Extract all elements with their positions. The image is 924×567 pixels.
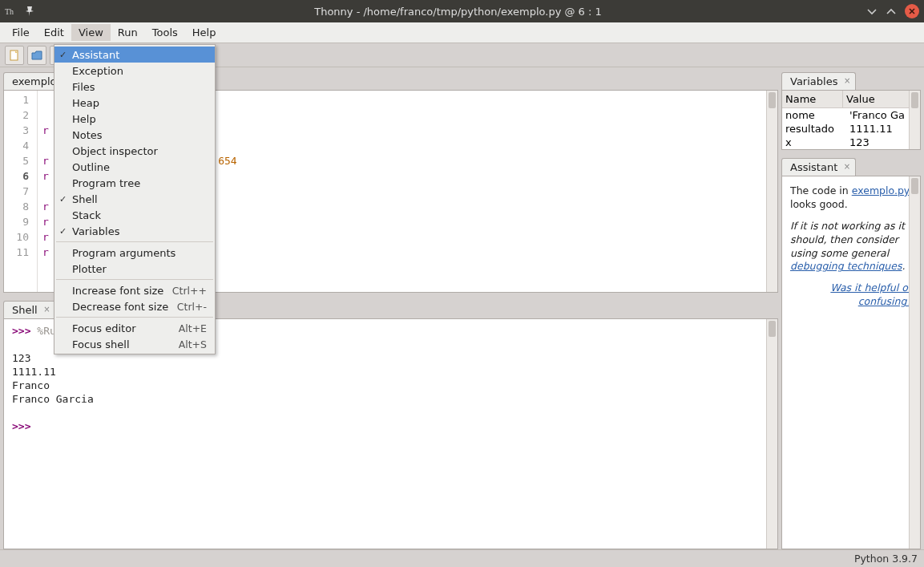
shell-line: 1111.11	[12, 366, 56, 378]
menu-item-outline[interactable]: Outline	[54, 159, 215, 175]
menu-item-program-arguments[interactable]: Program arguments	[54, 245, 215, 261]
menu-item-decrease-font-size[interactable]: Decrease font sizeCtrl+-	[54, 298, 215, 314]
view-menu-dropdown: AssistantExceptionFilesHeapHelpNotesObje…	[54, 44, 216, 354]
menu-view[interactable]: View	[71, 24, 111, 41]
variables-tab-label: Variables	[790, 75, 837, 87]
shell-prompt: >>>	[12, 325, 37, 337]
pin-icon[interactable]	[24, 6, 35, 17]
variable-row[interactable]: nome'Franco Ga	[782, 108, 920, 122]
menu-item-notes[interactable]: Notes	[54, 127, 215, 143]
shell-line: Franco	[12, 379, 50, 391]
menu-item-exception[interactable]: Exception	[54, 63, 215, 79]
menu-edit[interactable]: Edit	[37, 24, 71, 41]
variables-panel: Variables× Name Value nome'Franco Ga res…	[781, 72, 921, 150]
variable-row[interactable]: x123	[782, 136, 920, 149]
variables-tab[interactable]: Variables×	[781, 72, 856, 90]
shell-tab-close-icon[interactable]: ×	[43, 305, 50, 314]
menu-file[interactable]: File	[5, 24, 37, 41]
window-title: Thonny - /home/franco/tmp/python/exemplo…	[53, 6, 863, 18]
editor-gutter: 1234567891011	[4, 91, 38, 292]
shell-line: Franco Garcia	[12, 393, 94, 405]
editor-tab-label: exemplo	[12, 75, 57, 87]
assistant-tab-label: Assistant	[790, 161, 837, 173]
new-file-button[interactable]	[5, 46, 24, 65]
menu-item-increase-font-size[interactable]: Increase font sizeCtrl++	[54, 282, 215, 298]
maximize-icon[interactable]	[886, 6, 897, 17]
assistant-scrollbar[interactable]	[909, 176, 920, 549]
editor-scrollbar[interactable]	[766, 91, 777, 292]
menu-item-shell[interactable]: Shell	[54, 191, 215, 207]
assistant-panel: Assistant× The code in exemplo.py looks …	[781, 158, 921, 549]
menu-item-files[interactable]: Files	[54, 79, 215, 95]
variables-header-name[interactable]: Name	[782, 91, 843, 107]
app-window: Th Thonny - /home/franco/tmp/python/exem…	[0, 0, 924, 567]
menu-item-focus-editor[interactable]: Focus editorAlt+E	[54, 320, 215, 336]
shell-scrollbar[interactable]	[766, 319, 777, 549]
assistant-content: The code in exemplo.py looks good. If it…	[781, 176, 921, 549]
python-version-label[interactable]: Python 3.9.7	[854, 553, 918, 565]
close-button[interactable]	[905, 4, 919, 18]
menubar: File Edit View Run Tools Help	[0, 22, 924, 43]
shell-tab[interactable]: Shell×	[3, 301, 56, 318]
minimize-icon[interactable]	[866, 6, 878, 17]
assistant-debug-link[interactable]: debugging techniques	[790, 260, 902, 272]
menu-item-assistant[interactable]: Assistant	[54, 47, 215, 63]
titlebar: Th Thonny - /home/franco/tmp/python/exem…	[0, 0, 924, 22]
assistant-tab[interactable]: Assistant×	[781, 158, 856, 176]
menu-item-stack[interactable]: Stack	[54, 207, 215, 223]
variables-tab-close-icon[interactable]: ×	[844, 76, 850, 85]
menu-item-plotter[interactable]: Plotter	[54, 261, 215, 277]
shell-line: 123	[12, 352, 30, 364]
menu-item-object-inspector[interactable]: Object inspector	[54, 143, 215, 159]
menu-help[interactable]: Help	[185, 24, 224, 41]
menu-run[interactable]: Run	[111, 24, 145, 41]
shell-prompt: >>>	[12, 420, 30, 432]
svg-text:Th: Th	[5, 7, 14, 16]
assistant-tab-close-icon[interactable]: ×	[844, 162, 850, 171]
menu-item-program-tree[interactable]: Program tree	[54, 175, 215, 191]
menu-item-variables[interactable]: Variables	[54, 223, 215, 239]
app-icon: Th	[5, 6, 16, 17]
variables-scrollbar[interactable]	[909, 91, 920, 149]
menu-item-help[interactable]: Help	[54, 111, 215, 127]
assistant-feedback-link[interactable]: Was it helpful or confusing?	[830, 281, 912, 307]
menu-tools[interactable]: Tools	[145, 24, 185, 41]
statusbar: Python 3.9.7	[0, 549, 924, 567]
menu-item-focus-shell[interactable]: Focus shellAlt+S	[54, 336, 215, 352]
variable-row[interactable]: resultado1111.11	[782, 122, 920, 136]
menu-item-heap[interactable]: Heap	[54, 95, 215, 111]
assistant-file-link[interactable]: exemplo.py	[852, 184, 910, 196]
variables-table: Name Value nome'Franco Ga resultado1111.…	[781, 90, 921, 150]
shell-tab-label: Shell	[12, 304, 38, 316]
open-file-button[interactable]	[27, 46, 46, 65]
